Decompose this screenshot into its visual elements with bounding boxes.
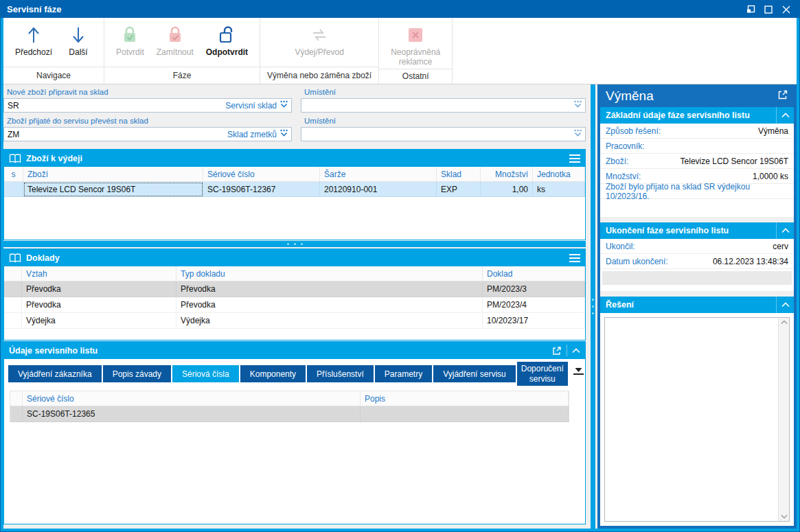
issue-transfer-button[interactable]: Výdej/Převod <box>271 19 367 67</box>
collapse-chevron-icon[interactable] <box>776 107 794 124</box>
reject-button[interactable]: Zamítnout <box>150 19 200 67</box>
unconfirm-button[interactable]: Odpotvrdit <box>200 19 254 67</box>
section-title: Údaje servisního listu <box>9 346 552 356</box>
field-row: Ukončil: cerv <box>600 239 794 254</box>
scroll-up-icon <box>781 320 788 325</box>
arrow-up-icon <box>26 24 41 46</box>
group-label-other: Ostatní <box>379 69 452 84</box>
menu-icon[interactable] <box>569 254 580 262</box>
serial-numbers-table: Sériové číslo Popis SC-19S06T-12365 <box>10 391 569 422</box>
tab-overflow-icon[interactable] <box>573 367 584 375</box>
service-sheet-details-section: Údaje servisního listu Vyjádření zákazní… <box>3 341 586 524</box>
field-label-received-goods-warehouse: Zboží přijaté do servisu převést na skla… <box>3 115 292 127</box>
details-tabs: Vyjádření zákazníka Popis závady Sériová… <box>4 359 585 386</box>
location-input-2[interactable] <box>301 127 586 141</box>
documents-table-header: Vztah Typ dokladu Doklad <box>4 266 585 281</box>
group-label-exchange: Výměna nebo záměna zboží <box>260 67 378 84</box>
lookup-dropdown-icon[interactable] <box>573 100 582 111</box>
scrollbar[interactable] <box>778 318 789 521</box>
titlebar: Servisní fáze <box>1 1 799 18</box>
field-label-location-2: Umístění <box>301 115 586 127</box>
location-input-1[interactable] <box>301 98 586 113</box>
service-phase-window: Servisní fáze Předchozí <box>0 0 800 532</box>
previous-button[interactable]: Předchozí <box>9 19 58 67</box>
tab-komponenty[interactable]: Komponenty <box>240 365 306 382</box>
book-icon <box>9 253 21 263</box>
goods-to-issue-section: Zboží k výdeji s Zboží Sériové číslo Šar… <box>3 149 586 240</box>
documents-section: Doklady Vztah Typ dokladu Doklad Převodk… <box>3 248 586 340</box>
field-row: Způsob řešení: Výměna <box>600 124 794 139</box>
phase-title: Výměna <box>606 89 777 104</box>
menu-icon[interactable] <box>569 154 580 163</box>
table-row[interactable]: Výdejka Výdejka 10/2023/17 <box>4 313 585 329</box>
dock-window-icon[interactable] <box>742 2 759 16</box>
tab-popis-zavady[interactable]: Popis závady <box>103 365 171 382</box>
next-button[interactable]: Další <box>58 19 98 67</box>
vertical-splitter[interactable] <box>588 84 597 529</box>
scroll-down-icon <box>781 514 788 519</box>
tab-vyjadreni-servisu[interactable]: Vyjádření servisu <box>433 365 516 382</box>
table-row[interactable]: Převodka Převodka PM/2023/4 <box>4 297 585 313</box>
lock-check-green-icon <box>121 24 139 46</box>
toolbar-group-exchange: Výdej/Převod Výměna nebo záměna zboží <box>260 18 379 84</box>
unauthorized-claim-button[interactable]: Neoprávněná reklamce <box>385 19 446 69</box>
section-title: Doklady <box>26 253 569 263</box>
empty-field-bar <box>602 271 792 285</box>
lock-open-blue-icon <box>218 24 236 46</box>
field-row: Zboží: Televize LCD Sencor 19S06T <box>600 154 794 169</box>
toolbar-group-other: Neoprávněná reklamce Ostatní <box>379 18 453 84</box>
tab-parametry[interactable]: Parametry <box>375 365 432 382</box>
field-row: Pracovník: <box>600 139 794 154</box>
basic-data-panel: Způsob řešení: Výměna Pracovník: Zboží: … <box>600 124 794 217</box>
lookup-dropdown-icon[interactable] <box>573 129 582 139</box>
solution-panel <box>600 313 794 526</box>
group-label-navigace: Navigace <box>3 67 104 84</box>
main-area: Nové zboží připravit na sklad SR Servisn… <box>3 84 588 529</box>
tab-prislusenstvi[interactable]: Příslušenství <box>307 365 374 382</box>
popout-icon[interactable] <box>777 89 788 103</box>
swap-arrows-icon <box>309 24 330 46</box>
basic-data-header: Základní údaje fáze servisního listu <box>600 107 794 124</box>
collapse-chevron-icon[interactable] <box>776 222 794 239</box>
field-label-new-goods-warehouse: Nové zboží připravit na sklad <box>3 86 292 98</box>
maximize-icon[interactable] <box>759 2 777 16</box>
receipt-note-link[interactable]: Zboží bylo přijato na sklad SR výdejkou … <box>600 184 794 199</box>
table-row[interactable]: Převodka Převodka PM/2023/3 <box>4 281 585 297</box>
field-label-location-1: Umístění <box>301 86 586 98</box>
table-row[interactable]: Televize LCD Sencor 19S06T SC-19S06T-123… <box>4 182 585 197</box>
x-box-red-icon <box>407 24 424 46</box>
horizontal-splitter[interactable] <box>3 240 586 248</box>
window-title: Servisní fáze <box>7 4 742 14</box>
lock-check-red-icon <box>166 24 184 46</box>
phase-closing-header: Ukončení fáze servisního listu <box>600 222 794 239</box>
new-goods-warehouse-input[interactable]: SR Servisní sklad <box>3 98 292 113</box>
book-icon <box>9 154 21 163</box>
lookup-dropdown-icon[interactable] <box>279 129 288 139</box>
warehouse-form: Nové zboží připravit na sklad SR Servisn… <box>3 84 586 149</box>
phase-closing-panel: Ukončil: cerv Datum ukončení: 06.12.2023… <box>600 239 794 291</box>
confirm-button[interactable]: Potvrdit <box>110 19 150 67</box>
arrow-down-icon <box>71 24 86 46</box>
toolbar-group-navigation: Předchozí Další Navigace <box>3 18 104 84</box>
toolbar-group-faze: Potvrdit Zamítnout Odpotvrdit <box>104 18 260 84</box>
goods-table-header: s Zboží Sériové číslo Šarže Sklad Množst… <box>4 167 585 182</box>
popout-icon[interactable] <box>552 346 562 356</box>
ribbon-toolbar: Předchozí Další Navigace <box>3 18 797 84</box>
phase-side-panel: Výměna Základní údaje fáze servisního li… <box>597 84 797 529</box>
close-icon[interactable] <box>777 2 795 16</box>
solution-header: Řešení <box>600 297 794 313</box>
collapse-chevron-icon[interactable] <box>776 297 794 313</box>
received-goods-warehouse-input[interactable]: ZM Sklad zmetků <box>3 127 292 141</box>
table-row[interactable]: SC-19S06T-12365 <box>10 406 569 422</box>
field-row: Datum ukončení: 06.12.2023 13:48:34 <box>600 254 794 269</box>
section-title: Zboží k výdeji <box>26 154 569 163</box>
group-label-faze: Fáze <box>104 67 260 84</box>
tab-doporuceni-servisu[interactable]: Doporučení servisu <box>517 362 568 386</box>
lookup-dropdown-icon[interactable] <box>279 100 288 111</box>
tab-seriova-cisla[interactable]: Sériová čísla <box>172 365 239 382</box>
solution-textarea[interactable] <box>605 318 778 521</box>
tab-vyjadreni-zakaznika[interactable]: Vyjádření zákazníka <box>8 365 102 382</box>
collapse-chevron-icon[interactable] <box>572 348 580 354</box>
